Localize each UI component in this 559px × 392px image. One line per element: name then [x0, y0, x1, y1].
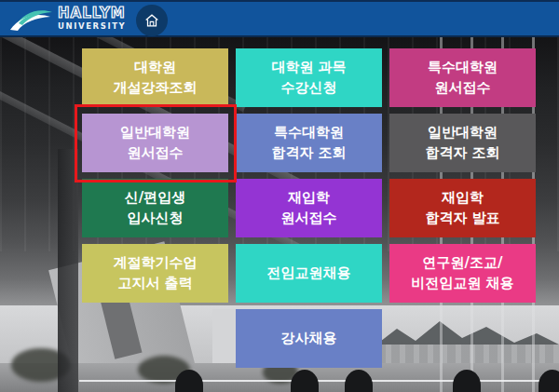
- home-icon: [143, 12, 160, 29]
- button-label: 일반대학원: [120, 123, 190, 143]
- home-button[interactable]: [136, 5, 168, 36]
- button-label: 원서접수: [435, 78, 491, 99]
- button-label: 강사채용: [281, 329, 337, 349]
- button-label: 고지서 출력: [117, 274, 192, 294]
- button-label: 재입학: [442, 188, 484, 209]
- menu-button-readmission-application[interactable]: 재입학 원서접수: [236, 179, 382, 237]
- menu-grid: 대학원 개설강좌조회 대학원 과목 수강신청 특수대학원 원서접수 일반대학원 …: [82, 48, 536, 368]
- button-label: 대학원: [134, 58, 176, 78]
- brand-name: HALLYM: [58, 7, 126, 20]
- button-label: 원서접수: [281, 209, 337, 229]
- button-label: 대학원 과목: [271, 58, 346, 78]
- brand-text: HALLYM UNIVERSITY: [58, 7, 126, 31]
- menu-button-special-grad-application[interactable]: 특수대학원 원서접수: [389, 48, 536, 107]
- button-label: 비전임교원 채용: [411, 274, 513, 294]
- menu-button-grad-course-registration[interactable]: 대학원 과목 수강신청: [236, 48, 382, 107]
- menu-button-readmission-results[interactable]: 재입학 합격자 발표: [389, 179, 536, 237]
- app-window: HALLYM UNIVERSITY 대학원 개설강좌조회 대학원 과목 수강신청…: [0, 0, 559, 392]
- button-label: 합격자 발표: [425, 209, 499, 229]
- hallym-bird-icon: [9, 5, 54, 33]
- menu-button-researcher-ta-hiring[interactable]: 연구원/조교/ 비전임교원 채용: [389, 244, 536, 303]
- button-label: 합격자 조회: [425, 143, 499, 164]
- brand-subname: UNIVERSITY: [58, 22, 126, 31]
- button-label: 입사신청: [128, 209, 184, 229]
- menu-button-general-grad-results[interactable]: 일반대학원 합격자 조회: [389, 114, 536, 172]
- button-label: 개설강좌조회: [114, 78, 198, 99]
- button-label: 재입학: [288, 188, 330, 209]
- button-label: 수강신청: [281, 78, 337, 99]
- menu-button-seasonal-semester-bill[interactable]: 계절학기수업 고지서 출력: [82, 244, 228, 303]
- button-label: 합격자 조회: [271, 143, 346, 164]
- menu-button-lecturer-hiring[interactable]: 강사채용: [236, 309, 382, 368]
- button-label: 특수대학원: [274, 123, 344, 143]
- menu-button-general-grad-application[interactable]: 일반대학원 원서접수: [82, 114, 228, 172]
- menu-button-new-transfer-dorm-apply[interactable]: 신/편입생 입사신청: [82, 179, 228, 237]
- menu-button-grad-open-courses[interactable]: 대학원 개설강좌조회: [82, 48, 228, 107]
- university-logo[interactable]: HALLYM UNIVERSITY: [9, 5, 126, 33]
- header-bar: HALLYM UNIVERSITY: [0, 0, 559, 37]
- button-label: 일반대학원: [428, 123, 498, 143]
- button-label: 계절학기수업: [114, 253, 198, 274]
- button-label: 특수대학원: [428, 58, 498, 78]
- button-label: 전임교원채용: [267, 264, 351, 284]
- button-label: 신/편입생: [125, 188, 185, 209]
- menu-button-fulltime-faculty-hiring[interactable]: 전임교원채용: [236, 244, 382, 303]
- menu-button-special-grad-results[interactable]: 특수대학원 합격자 조회: [236, 114, 382, 172]
- window-frame: [58, 149, 78, 392]
- button-label: 원서접수: [128, 143, 184, 164]
- button-label: 연구원/조교/: [423, 253, 503, 274]
- railing-line: [79, 380, 559, 382]
